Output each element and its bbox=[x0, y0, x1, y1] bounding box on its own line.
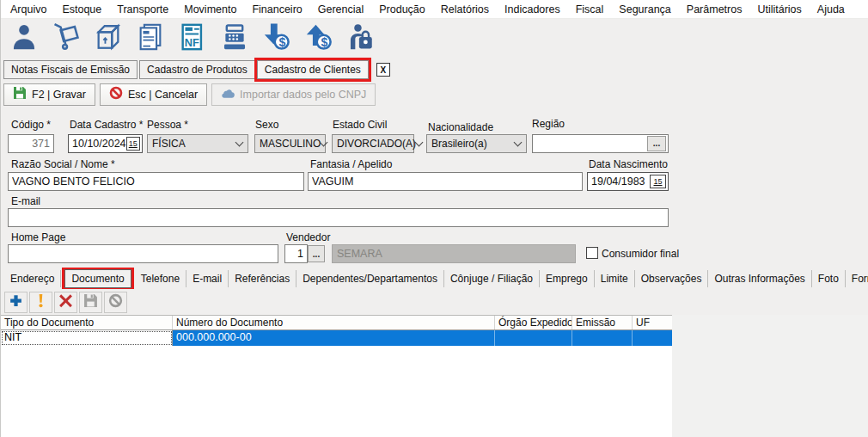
col-tipo-documento[interactable]: Tipo do Documento bbox=[1, 316, 173, 329]
grid-row-selected[interactable]: NIT 000.000.000-00 bbox=[1, 330, 672, 346]
menu-fiscal[interactable]: Fiscal bbox=[568, 0, 612, 19]
cell-orgao[interactable] bbox=[495, 330, 572, 346]
sexo-dropdown[interactable]: MASCULINO bbox=[254, 134, 326, 153]
cancel-button[interactable]: Esc | Cancelar bbox=[100, 83, 207, 106]
menu-financeiro[interactable]: Financeiro bbox=[244, 0, 309, 19]
documents-icon bbox=[136, 22, 165, 55]
nf-document-button[interactable]: NF bbox=[175, 22, 210, 56]
delete-row-button[interactable] bbox=[54, 292, 77, 313]
data-cadastro-label: Data Cadastro * bbox=[70, 119, 143, 131]
dtab-emprego[interactable]: Emprego bbox=[540, 270, 595, 287]
menu-parametros[interactable]: Parâmetros bbox=[679, 0, 750, 19]
svg-text:$: $ bbox=[278, 35, 285, 49]
fantasia-field[interactable] bbox=[308, 172, 583, 191]
razao-social-field[interactable] bbox=[8, 172, 304, 191]
menu-seguranca[interactable]: Segurança bbox=[611, 0, 678, 19]
menu-arquivo[interactable]: Arquivo bbox=[3, 0, 54, 19]
menu-estoque[interactable]: Estoque bbox=[54, 0, 109, 19]
tab-label: Cadastro de Clientes bbox=[265, 64, 361, 76]
chevron-down-icon bbox=[415, 138, 424, 147]
save-row-button[interactable] bbox=[79, 292, 102, 313]
home-page-field[interactable] bbox=[8, 244, 278, 263]
tab-cadastro-clientes[interactable]: Cadastro de Clientes bbox=[257, 60, 369, 79]
col-emissao[interactable]: Emissão bbox=[572, 316, 633, 329]
menu-ajuda[interactable]: Ajuda bbox=[810, 0, 853, 19]
menu-transporte[interactable]: Transporte bbox=[109, 0, 176, 19]
dtab-referencias[interactable]: Referências bbox=[229, 270, 296, 287]
regiao-browse-button[interactable]: ... bbox=[647, 136, 666, 151]
tab-close-button[interactable]: X bbox=[376, 63, 390, 77]
customer-icon bbox=[9, 22, 39, 55]
fantasia-label: Fantasia / Apelido bbox=[310, 158, 392, 170]
plus-icon bbox=[9, 293, 23, 311]
vendedor-code-field[interactable] bbox=[284, 244, 308, 263]
exclamation-icon bbox=[34, 293, 48, 311]
estado-civil-dropdown[interactable]: DIVORCIADO(A) bbox=[332, 134, 414, 153]
customers-button[interactable] bbox=[7, 22, 41, 56]
tab-cadastro-produtos[interactable]: Cadastro de Produtos bbox=[139, 60, 255, 79]
block-disabled-icon bbox=[108, 293, 123, 311]
cash-register-button[interactable] bbox=[217, 22, 252, 56]
dtab-email[interactable]: E-mail bbox=[186, 270, 229, 287]
dtab-observacoes[interactable]: Observações bbox=[635, 270, 709, 287]
email-field[interactable] bbox=[8, 208, 669, 227]
cell-uf[interactable] bbox=[633, 330, 672, 346]
dtab-telefone[interactable]: Telefone bbox=[135, 270, 186, 287]
save-button[interactable]: F2 | Gravar bbox=[3, 83, 95, 106]
cell-numero[interactable]: 000.000.000-00 bbox=[173, 330, 495, 346]
nacionalidade-dropdown[interactable]: Brasileiro(a) bbox=[426, 134, 527, 153]
menu-relatorios[interactable]: Relatórios bbox=[433, 0, 497, 19]
delete-x-icon bbox=[58, 293, 73, 311]
codigo-field[interactable] bbox=[8, 134, 54, 153]
dtab-conjuge[interactable]: Cônjuge / Filiação bbox=[444, 270, 540, 287]
col-uf[interactable]: UF bbox=[633, 316, 672, 329]
pessoa-dropdown[interactable]: FÍSICA bbox=[147, 134, 248, 153]
app-window: Arquivo Estoque Transporte Movimento Fin… bbox=[0, 0, 868, 437]
user-lock-icon bbox=[346, 22, 376, 55]
menu-indicadores[interactable]: Indicadores bbox=[497, 0, 568, 19]
user-security-button[interactable] bbox=[344, 22, 378, 56]
cell-tipo[interactable]: NIT bbox=[1, 330, 173, 346]
dtab-foto[interactable]: Foto bbox=[812, 270, 846, 287]
vendedor-name-field: SEMARA bbox=[332, 244, 576, 263]
menu-producao[interactable]: Produção bbox=[371, 0, 433, 19]
money-out-button[interactable]: $ bbox=[302, 22, 336, 56]
menu-utilitarios[interactable]: Utilitários bbox=[749, 0, 809, 19]
edit-row-button[interactable] bbox=[29, 292, 52, 313]
import-cnpj-button[interactable]: Importar dados pelo CNPJ bbox=[211, 83, 376, 106]
chevron-down-icon bbox=[320, 138, 328, 147]
dtab-formas-pagamento[interactable]: Formas de Pagamento bbox=[846, 270, 868, 287]
nacionalidade-label: Nacionalidade bbox=[428, 121, 493, 133]
data-cadastro-field[interactable]: 10/10/2024 15 bbox=[68, 134, 143, 153]
customer-form: Código * Data Cadastro * Pessoa * Sexo E… bbox=[1, 108, 868, 268]
dtab-limite[interactable]: Limite bbox=[595, 270, 635, 287]
regiao-field[interactable]: ... bbox=[532, 134, 669, 153]
dtab-documento[interactable]: Documento bbox=[64, 269, 131, 288]
add-row-button[interactable] bbox=[4, 292, 28, 313]
data-cadastro-value: 10/10/2024 bbox=[72, 138, 126, 150]
menu-movimento[interactable]: Movimento bbox=[176, 0, 244, 19]
invoices-button[interactable] bbox=[133, 22, 168, 56]
cell-emissao[interactable] bbox=[572, 330, 633, 346]
money-in-button[interactable]: $ bbox=[260, 22, 294, 56]
cancel-label: Esc | Cancelar bbox=[128, 89, 198, 101]
freight-button[interactable] bbox=[49, 22, 83, 56]
col-orgao-expedidor[interactable]: Órgão Expedidor bbox=[495, 316, 572, 329]
regiao-label: Região bbox=[532, 118, 565, 130]
cancel-row-button[interactable] bbox=[104, 292, 127, 313]
dtab-outras-informacoes[interactable]: Outras Informações bbox=[708, 270, 811, 287]
consumidor-final-checkbox[interactable] bbox=[586, 247, 598, 259]
save-floppy-icon bbox=[13, 86, 27, 102]
svg-text:$: $ bbox=[321, 35, 327, 49]
calendar-picker-icon[interactable]: 15 bbox=[650, 175, 666, 188]
products-button[interactable] bbox=[91, 22, 125, 56]
dtab-endereco[interactable]: Endereço bbox=[4, 270, 61, 287]
tab-notas-fiscais[interactable]: Notas Fiscais de Emissão bbox=[3, 60, 138, 79]
col-numero-documento[interactable]: Número do Documento bbox=[173, 316, 495, 329]
dtab-dependentes[interactable]: Dependentes/Departamentos bbox=[296, 270, 444, 287]
menu-gerencial[interactable]: Gerencial bbox=[310, 0, 372, 19]
calendar-picker-icon[interactable]: 15 bbox=[126, 137, 140, 151]
vendedor-browse-button[interactable]: ... bbox=[308, 245, 325, 262]
documents-grid: Tipo do Documento Número do Documento Ór… bbox=[1, 315, 672, 437]
data-nascimento-field[interactable]: 19/04/1983 15 bbox=[587, 172, 669, 191]
